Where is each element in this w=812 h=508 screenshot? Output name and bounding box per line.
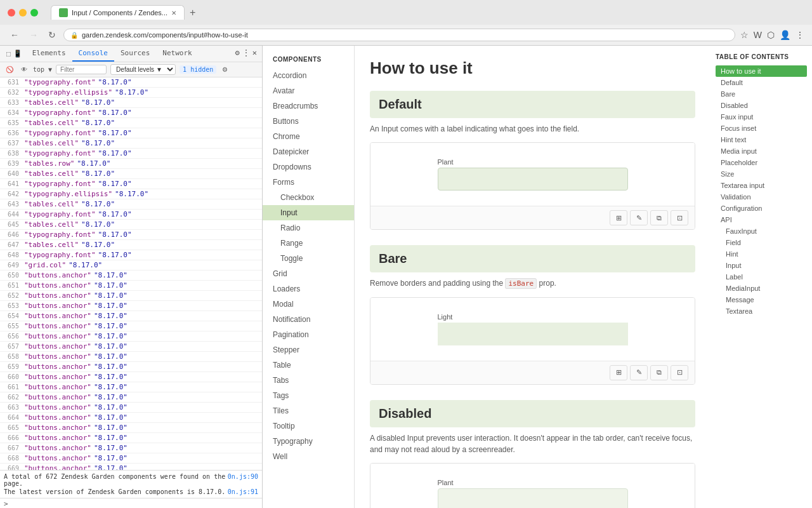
nav-item-input[interactable]: Input — [263, 205, 354, 220]
menu-icon[interactable]: ⋮ — [796, 30, 804, 40]
nav-item-avatar[interactable]: Avatar — [263, 83, 354, 98]
devtools-cursor-icon[interactable]: ⬚ — [6, 50, 11, 58]
nav-item-chrome[interactable]: Chrome — [263, 129, 354, 144]
line-number: 659 — [4, 363, 24, 370]
toc-item-default[interactable]: Default — [716, 77, 807, 88]
toc-item-label[interactable]: Label — [716, 271, 807, 283]
nav-item-loaders[interactable]: Loaders — [263, 281, 354, 297]
log-val: "8.17.0" — [98, 78, 132, 86]
nav-item-radio[interactable]: Radio — [263, 220, 354, 236]
console-top-filter[interactable]: 👁 — [19, 65, 29, 74]
demo-toolbar-btn-3[interactable]: ⧉ — [650, 210, 668, 225]
toc-item-configuration[interactable]: Configuration — [716, 203, 807, 214]
toc-item-fauxinput[interactable]: FauxInput — [716, 225, 807, 237]
nav-item-checkbox[interactable]: Checkbox — [263, 190, 354, 205]
nav-item-datepicker[interactable]: Datepicker — [263, 144, 354, 159]
demo-toolbar-bare-btn-4[interactable]: ⊡ — [671, 365, 688, 380]
nav-item-typography[interactable]: Typography — [263, 434, 354, 449]
nav-item-dropdowns[interactable]: Dropdowns — [263, 159, 354, 175]
log-content: "buttons.anchor""8.17.0" — [24, 332, 128, 340]
user-icon[interactable]: 👤 — [780, 30, 790, 40]
refresh-button[interactable]: ↻ — [46, 29, 58, 41]
devtools-tab-sources[interactable]: Sources — [114, 46, 156, 62]
nav-item-pagination[interactable]: Pagination — [263, 327, 354, 342]
toc-item-focus-inset[interactable]: Focus inset — [716, 123, 807, 134]
nav-item-tiles[interactable]: Tiles — [263, 403, 354, 418]
demo-input-default[interactable] — [438, 168, 628, 190]
devtools-tabs: ⬚ 📱 Elements Console Sources Network ⚙ ⋮… — [0, 46, 262, 62]
devtools-device-icon[interactable]: 📱 — [13, 50, 22, 58]
toc-item-bare[interactable]: Bare — [716, 88, 807, 100]
devtools-tab-console[interactable]: Console — [72, 46, 114, 62]
toc-item-hint[interactable]: Hint — [716, 248, 807, 260]
console-settings-btn[interactable]: ⚙ — [220, 65, 230, 74]
nav-item-tooltip[interactable]: Tooltip — [263, 418, 354, 434]
nav-item-stepper[interactable]: Stepper — [263, 342, 354, 358]
log-key: "tables.cell" — [24, 139, 79, 147]
demo-toolbar-btn-2[interactable]: ✎ — [630, 210, 648, 225]
toc-item-textarea[interactable]: Textarea — [716, 305, 807, 317]
toc-item-mediainput[interactable]: MediaInput — [716, 283, 807, 294]
close-button[interactable] — [8, 9, 15, 17]
demo-toolbar-bare-btn-3[interactable]: ⧉ — [650, 365, 668, 380]
toc-item-size[interactable]: Size — [716, 168, 807, 180]
nav-item-buttons[interactable]: Buttons — [263, 114, 354, 129]
console-message-2-link[interactable]: 0n.js:91 — [228, 488, 258, 495]
log-content: "typography.font""8.17.0" — [24, 149, 132, 157]
log-content: "buttons.anchor""8.17.0" — [24, 363, 128, 371]
demo-toolbar-btn-4[interactable]: ⊡ — [671, 210, 688, 225]
log-val: "8.17.0" — [94, 454, 128, 462]
nav-item-notification[interactable]: Notification — [263, 312, 354, 327]
log-content: "tables.cell""8.17.0" — [24, 241, 115, 249]
devtools-more-icon[interactable]: ⋮ — [242, 48, 250, 59]
demo-toolbar-bare-btn-1[interactable]: ⊞ — [610, 365, 627, 380]
devtools-tab-network[interactable]: Network — [156, 46, 198, 62]
nav-item-range[interactable]: Range — [263, 236, 354, 251]
nav-item-tags[interactable]: Tags — [263, 388, 354, 403]
nav-item-grid[interactable]: Grid — [263, 266, 354, 281]
new-tab-button[interactable]: + — [186, 6, 199, 20]
devtools-tab-elements[interactable]: Elements — [26, 46, 72, 62]
back-button[interactable]: ← — [8, 29, 22, 41]
toc-item-api[interactable]: API — [716, 214, 807, 225]
active-tab[interactable]: Input / Components / Zendes... ✕ — [51, 5, 185, 20]
toc-item-faux-input[interactable]: Faux input — [716, 111, 807, 123]
maximize-button[interactable] — [30, 9, 38, 17]
forward-button[interactable]: → — [27, 29, 41, 41]
toc-item-disabled[interactable]: Disabled — [716, 100, 807, 111]
toc-item-input[interactable]: Input — [716, 260, 807, 271]
toc-item-validation[interactable]: Validation — [716, 191, 807, 203]
toc-item-message[interactable]: Message — [716, 294, 807, 305]
demo-input-bare[interactable] — [438, 323, 628, 345]
nav-item-tabs[interactable]: Tabs — [263, 373, 354, 388]
minimize-button[interactable] — [19, 9, 27, 17]
nav-item-table[interactable]: Table — [263, 358, 354, 373]
toc-item-media-input[interactable]: Media input — [716, 145, 807, 157]
bookmark-icon[interactable]: ☆ — [740, 30, 749, 40]
toc-item-how-to-use-it[interactable]: How to use it — [716, 65, 807, 77]
toc-item-hint-text[interactable]: Hint text — [716, 134, 807, 145]
console-clear-btn[interactable]: 🚫 — [4, 65, 15, 74]
console-log[interactable]: 631"typography.font""8.17.0"632"typograp… — [0, 77, 262, 470]
nav-item-modal[interactable]: Modal — [263, 297, 354, 312]
console-levels-select[interactable]: Default levels ▼ — [110, 64, 176, 75]
console-log-row: 660"buttons.anchor""8.17.0" — [0, 372, 262, 382]
demo-toolbar-bare-btn-2[interactable]: ✎ — [630, 365, 648, 380]
toc-item-field[interactable]: Field — [716, 237, 807, 248]
console-message-1-link[interactable]: 0n.js:90 — [228, 473, 258, 487]
tab-close-button[interactable]: ✕ — [171, 10, 176, 17]
nav-item-toggle[interactable]: Toggle — [263, 251, 354, 266]
page-main[interactable]: How to use it Default An Input comes wit… — [355, 46, 710, 508]
address-bar[interactable]: 🔒 garden.zendesk.com/components/input#ho… — [63, 29, 735, 41]
console-filter-input[interactable] — [56, 65, 107, 74]
log-val: "8.17.0" — [98, 109, 132, 117]
toc-item-textarea-input[interactable]: Textarea input — [716, 180, 807, 191]
nav-item-forms[interactable]: Forms — [263, 175, 354, 190]
toc-item-placeholder[interactable]: Placeholder — [716, 157, 807, 168]
devtools-settings-icon[interactable]: ⚙ — [235, 48, 240, 59]
demo-toolbar-btn-1[interactable]: ⊞ — [610, 210, 627, 225]
nav-item-accordion[interactable]: Accordion — [263, 68, 354, 83]
devtools-close-icon[interactable]: ✕ — [252, 48, 257, 59]
nav-item-breadcrumbs[interactable]: Breadcrumbs — [263, 98, 354, 114]
nav-item-well[interactable]: Well — [263, 449, 354, 464]
